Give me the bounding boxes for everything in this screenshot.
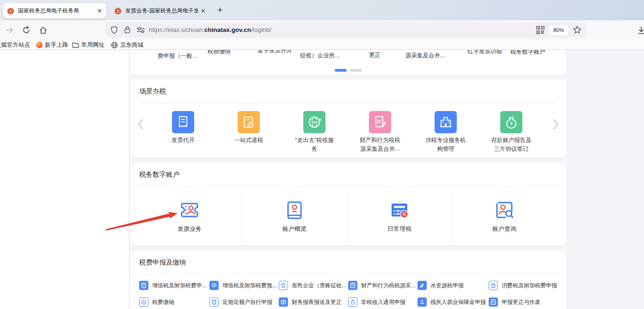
tax-payment-icon: ¥ (139, 297, 148, 307)
tax-service-agency-icon[interactable] (435, 111, 457, 133)
fixed-quota-icon (209, 297, 219, 307)
tab1-close-icon[interactable]: ✕ (97, 8, 102, 14)
home-icon[interactable] (37, 24, 49, 36)
scene-item-label[interactable]: “走出去”税收服务 (294, 136, 334, 154)
bookmark-star-icon[interactable] (573, 25, 582, 34)
declare-correction-icon (489, 297, 498, 307)
shield-icon[interactable] (110, 26, 118, 34)
reload-icon[interactable] (20, 24, 32, 36)
digital-item-label[interactable]: 账户概览 (262, 225, 327, 233)
svg-text:¥: ¥ (249, 123, 252, 127)
tab2-title: 发票业务-国家税务总局电子发 (125, 7, 198, 15)
address-bar[interactable]: https://etax.sichuan.chinatax.gov.cn/log… (105, 22, 586, 37)
bookmark-item[interactable]: 火狐官方站点 (0, 41, 30, 49)
section-title: 税务数字账户 (139, 170, 179, 179)
scene-item-label[interactable]: 存款账户报告及三方协议签订 (490, 136, 533, 154)
digital-section-card: 税务数字账户 发票业务 (130, 163, 566, 245)
firefox-sphere-icon (36, 42, 43, 48)
resident-enterprise-icon (279, 281, 288, 290)
globe-icon (111, 42, 118, 49)
menu-item[interactable]: 税费缴纳 (208, 50, 231, 56)
non-tax-income-icon (348, 297, 357, 307)
digital-item-label[interactable]: 日常理税 (367, 225, 432, 233)
tax-menu-item[interactable]: 增值税及附加税费预... (209, 280, 277, 290)
svg-text:财: 财 (377, 119, 381, 124)
bookmark-item[interactable]: 新手上路 (36, 41, 68, 49)
tax-menu-item[interactable]: 残疾人就业保障金申报 (417, 297, 486, 307)
tab1-title: 国家税务总局电子税务局 (18, 7, 94, 15)
account-overview-icon[interactable] (283, 199, 306, 221)
menu-item[interactable]: 蓝字发票开具 (258, 50, 292, 55)
section-title: 场景办税 (139, 87, 166, 96)
download-icon[interactable] (635, 25, 644, 37)
tax-menu-item[interactable]: 财务报表报送及更正 (279, 297, 342, 307)
annotation-arrow (104, 210, 182, 234)
tax-menu-item[interactable]: 增值税及附加税费申... (139, 280, 207, 290)
divider (139, 103, 557, 103)
tax-menu-item[interactable]: 水资源税申报 (417, 280, 464, 290)
tax-menu-item[interactable]: 财产和行为税税源采... (348, 280, 416, 290)
lock-icon[interactable] (124, 26, 131, 34)
tab-bar: 国家税务总局电子税务局 ✕ 发票业务-国家税务总局电子发 ✕ + (0, 0, 644, 20)
vat-declare-icon (139, 281, 148, 290)
scene-item-label[interactable]: 发票代开 (162, 136, 204, 145)
tab-inactive[interactable]: 发票业务-国家税务总局电子发 ✕ (110, 3, 210, 19)
divider (139, 186, 557, 186)
carousel-right-icon[interactable] (552, 118, 560, 132)
menu-item[interactable]: 红字发票功能 (467, 50, 502, 56)
new-tab-button[interactable]: + (215, 5, 226, 16)
scene-item-label[interactable]: 一站式退税 (227, 136, 270, 145)
qr-code-icon[interactable] (536, 26, 545, 34)
digital-item-label[interactable]: 账户查询 (472, 225, 537, 233)
tax-menu-item[interactable]: 定期定额户自行申报 (209, 297, 272, 307)
tab2-close-icon[interactable]: ✕ (201, 8, 206, 14)
tax-menu-item[interactable]: 非税收入通用申报 (348, 297, 405, 307)
divider (242, 192, 243, 245)
invoice-agency-icon[interactable] (172, 111, 194, 133)
menu-item[interactable]: 税务数字账户 (510, 50, 545, 56)
tax-menu-item[interactable]: 申报更正与作废 (489, 297, 540, 307)
menu-item[interactable]: 更正 (369, 51, 380, 59)
tab-active[interactable]: 国家税务总局电子税务局 ✕ (3, 3, 106, 19)
svg-text:¥: ¥ (509, 121, 513, 126)
account-query-icon[interactable] (493, 199, 515, 221)
scene-section-card: 场景办税 发票代开 ¥ 一站式退税 TAX “走出去”税收服务 (130, 80, 566, 157)
menu-item[interactable]: 征收）企业所... (300, 52, 339, 60)
scene-item-label[interactable]: 财产和行为税税源采集及合并... (359, 136, 401, 154)
tab2-favicon (114, 7, 122, 15)
scene-item-label[interactable]: 涉税专业服务机构管理 (424, 136, 467, 154)
bookmark-item[interactable]: 常用网址 (72, 41, 104, 49)
divider (347, 192, 348, 245)
property-tax-source-icon (348, 281, 357, 290)
water-tax-icon (417, 281, 427, 290)
tax-menu-item[interactable]: ¥ 税费缴纳 (139, 297, 174, 307)
svg-text:税: 税 (402, 212, 406, 216)
zoom-level-badge[interactable]: 80% (549, 25, 568, 35)
tax-menu-item[interactable]: 消费税及附加税费申报 (489, 280, 557, 290)
deposit-account-icon[interactable]: ¥ (500, 111, 522, 133)
carousel-left-icon[interactable] (136, 118, 145, 132)
section-title: 税费申报及缴纳 (139, 258, 186, 267)
property-behavior-tax-icon[interactable]: 财 (369, 111, 391, 133)
menu-item[interactable]: 源采集及合并... (405, 52, 445, 60)
daily-tax-icon[interactable]: 税 (388, 199, 411, 221)
permissions-icon[interactable] (136, 26, 145, 33)
browser-window: 国家税务总局电子税务局 ✕ 发票业务-国家税务总局电子发 ✕ + (0, 0, 644, 309)
svg-text:TAX: TAX (311, 120, 318, 124)
forward-icon[interactable] (4, 24, 16, 36)
tab1-favicon (7, 7, 14, 15)
carousel-dot[interactable] (350, 69, 362, 72)
going-global-tax-icon[interactable]: TAX (303, 111, 325, 133)
menu-item[interactable]: 费申报（一般... (158, 52, 197, 60)
divider (452, 192, 453, 245)
navigation-toolbar: https://etax.sichuan.chinatax.gov.cn/log… (0, 20, 644, 40)
carousel-dot-active[interactable] (335, 69, 347, 72)
folder-icon (72, 42, 79, 48)
menu-row-card: 费申报（一般... 税费缴纳 蓝字发票开具 征收）企业所... 更正 源采集及合… (130, 50, 566, 75)
bookmark-item[interactable]: 京东商城 (111, 41, 143, 49)
url-text[interactable]: https://etax.sichuan.chinatax.gov.cn/log… (149, 26, 536, 33)
tax-refund-icon[interactable]: ¥ (238, 111, 260, 133)
disability-fund-icon (417, 297, 427, 307)
svg-text:¥: ¥ (143, 301, 145, 304)
tax-menu-item[interactable]: 居民企业（查账征收... (279, 280, 346, 290)
